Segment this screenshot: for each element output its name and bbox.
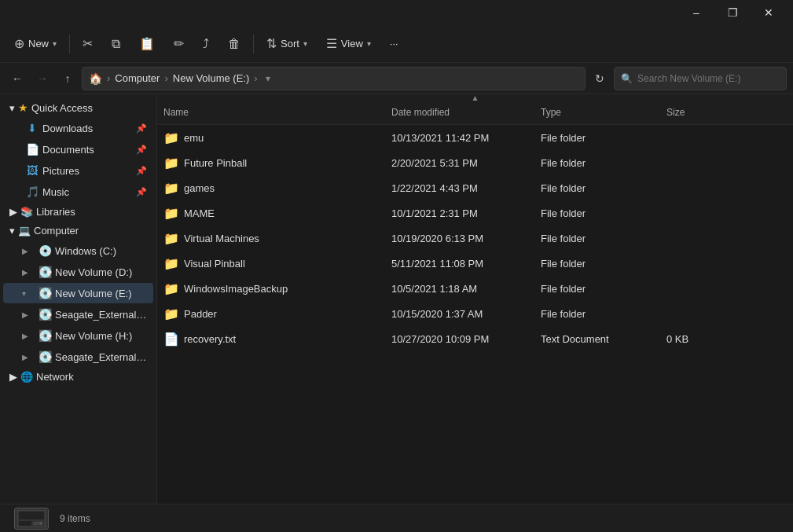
status-drive-icon <box>13 506 50 531</box>
sidebar-item-music[interactable]: 🎵 Music 📌 <box>3 182 153 202</box>
table-row[interactable]: 📁 Future Pinball 2/20/2021 5:31 PM File … <box>157 150 793 175</box>
pin-icon: 📌 <box>136 123 147 134</box>
file-list-header: Name Date modified Type Size <box>157 101 793 125</box>
new-button[interactable]: ⊕ New ▾ <box>6 30 64 58</box>
close-button[interactable]: ✕ <box>751 0 787 25</box>
header-size[interactable]: Size <box>660 104 739 121</box>
maximize-button[interactable]: ❐ <box>714 0 751 25</box>
search-input[interactable] <box>637 73 780 84</box>
sidebar-item-downloads[interactable]: ⬇ Downloads 📌 <box>3 118 153 138</box>
file-modified-cell: 10/13/2021 11:42 PM <box>385 129 534 147</box>
sidebar-quick-access-header[interactable]: ▾ ★ Quick Access <box>3 98 153 117</box>
downloads-label: Downloads <box>42 123 133 134</box>
address-bar: ← → ↑ 🏠 › Computer › New Volume (E:) › ▾… <box>0 63 793 94</box>
header-modified[interactable]: Date modified <box>385 104 534 121</box>
table-row[interactable]: 📁 emu 10/13/2021 11:42 PM File folder <box>157 125 793 150</box>
sort-indicator: ▲ <box>157 94 793 101</box>
file-type-cell: Text Document <box>534 330 660 348</box>
more-button[interactable]: ··· <box>382 30 406 58</box>
delete-button[interactable]: 🗑 <box>220 30 248 58</box>
toolbar-separator-2 <box>253 35 254 53</box>
forward-button[interactable]: → <box>31 68 53 90</box>
new-icon: ⊕ <box>14 36 24 51</box>
table-row[interactable]: 📁 Padder 10/15/2020 1:37 AM File folder <box>157 301 793 326</box>
sidebar-item-seagate-g[interactable]: ▶ 💽 Seagate_External (G:) <box>3 304 153 325</box>
file-name-text: recovery.txt <box>184 333 236 345</box>
table-row[interactable]: 📁 Virtual Machines 10/19/2020 6:13 PM Fi… <box>157 226 793 251</box>
pin-icon-3: 📌 <box>136 166 147 176</box>
view-button[interactable]: ☰ View ▾ <box>318 30 379 58</box>
sidebar-item-windows-c[interactable]: ▶ 💿 Windows (C:) <box>3 240 153 261</box>
folder-icon: 📁 <box>163 281 179 296</box>
toolbar: ⊕ New ▾ ✂ ⧉ 📋 ✏ ⤴ 🗑 ⇅ Sort ▾ ☰ View ▾ ··… <box>0 25 793 63</box>
drive-i-icon: 💽 <box>38 350 52 364</box>
drive-c-icon: 💿 <box>38 244 52 258</box>
table-row[interactable]: 📁 WindowsImageBackup 10/5/2021 1:18 AM F… <box>157 276 793 301</box>
file-name-text: WindowsImageBackup <box>184 283 288 295</box>
sidebar-item-volume-h[interactable]: ▶ 💽 New Volume (H:) <box>3 325 153 346</box>
drive-i-label: Seagate_External (I:) <box>55 351 147 363</box>
rename-button[interactable]: ✏ <box>166 30 192 58</box>
share-button[interactable]: ⤴ <box>195 30 217 58</box>
folder-icon: 📁 <box>163 306 179 321</box>
sidebar-item-documents[interactable]: 📄 Documents 📌 <box>3 139 153 160</box>
table-row[interactable]: 📁 MAME 10/1/2021 2:31 PM File folder <box>157 200 793 226</box>
sidebar-computer-header[interactable]: ▾ 💻 Computer <box>3 222 153 240</box>
file-list: Name Date modified Type Size 📁 emu 10/13… <box>157 101 793 504</box>
network-label: Network <box>36 371 74 383</box>
up-button[interactable]: ↑ <box>57 68 79 90</box>
cut-button[interactable]: ✂ <box>75 30 101 58</box>
copy-button[interactable]: ⧉ <box>104 30 128 58</box>
pictures-label: Pictures <box>42 165 133 177</box>
sidebar-libraries-header[interactable]: ▶ 📚 Libraries <box>3 203 153 221</box>
sort-icon: ⇅ <box>266 36 277 51</box>
libraries-arrow: ▶ <box>9 206 17 218</box>
view-icon: ☰ <box>326 36 337 51</box>
header-type[interactable]: Type <box>534 104 660 121</box>
sidebar-item-seagate-i[interactable]: ▶ 💽 Seagate_External (I:) <box>3 347 153 367</box>
path-computer: Computer <box>115 72 160 84</box>
file-rows-container: 📁 emu 10/13/2021 11:42 PM File folder 📁 … <box>157 125 793 351</box>
sidebar-item-volume-e[interactable]: ▾ 💽 New Volume (E:) <box>3 283 153 303</box>
documents-label: Documents <box>42 144 133 156</box>
main-layout: ▾ ★ Quick Access ⬇ Downloads 📌 📄 Documen… <box>0 94 793 504</box>
network-arrow: ▶ <box>9 371 17 383</box>
sidebar-network-header[interactable]: ▶ 🌐 Network <box>3 368 153 386</box>
content-area: ▲ Name Date modified Type Size 📁 emu 10/… <box>157 94 793 504</box>
minimize-button[interactable]: – <box>678 0 714 25</box>
path-dropdown[interactable]: ▾ <box>262 73 274 84</box>
sidebar-item-pictures[interactable]: 🖼 Pictures 📌 <box>3 160 153 181</box>
folder-icon: 📁 <box>163 130 179 145</box>
file-size-cell <box>660 260 739 266</box>
svg-rect-1 <box>19 512 44 519</box>
svg-point-4 <box>39 522 42 525</box>
table-row[interactable]: 📁 games 1/22/2021 4:43 PM File folder <box>157 175 793 200</box>
file-name-text: MAME <box>184 207 215 219</box>
drive-h-icon: 💽 <box>38 328 52 343</box>
back-button[interactable]: ← <box>6 68 28 90</box>
paste-button[interactable]: 📋 <box>131 30 163 58</box>
folder-icon: 📁 <box>163 255 179 271</box>
path-volume: New Volume (E:) <box>173 72 250 84</box>
star-icon: ★ <box>18 101 28 114</box>
address-path[interactable]: 🏠 › Computer › New Volume (E:) › ▾ <box>82 67 586 90</box>
drive-d-label: New Volume (D:) <box>55 266 147 278</box>
table-row[interactable]: 📁 Visual Pinball 5/11/2021 11:08 PM File… <box>157 251 793 276</box>
table-row[interactable]: 📄 recovery.txt 10/27/2020 10:09 PM Text … <box>157 326 793 351</box>
file-name-cell: 📁 Visual Pinball <box>157 252 385 274</box>
drive-g-label: Seagate_External (G:) <box>55 309 147 321</box>
file-name-cell: 📄 recovery.txt <box>157 328 385 350</box>
new-label: New <box>28 38 49 50</box>
file-type-cell: File folder <box>534 204 660 222</box>
search-box[interactable]: 🔍 <box>614 67 787 90</box>
computer-icon: 💻 <box>18 225 31 237</box>
cut-icon: ✂ <box>83 36 93 51</box>
header-name[interactable]: Name <box>157 104 385 121</box>
folder-icon: 📁 <box>163 230 179 246</box>
file-type-cell: File folder <box>534 255 660 273</box>
refresh-button[interactable]: ↻ <box>589 68 611 90</box>
sidebar-item-volume-d[interactable]: ▶ 💽 New Volume (D:) <box>3 262 153 282</box>
status-item-count: 9 items <box>60 513 90 524</box>
sort-button[interactable]: ⇅ Sort ▾ <box>259 30 315 58</box>
share-icon: ⤴ <box>203 37 209 51</box>
